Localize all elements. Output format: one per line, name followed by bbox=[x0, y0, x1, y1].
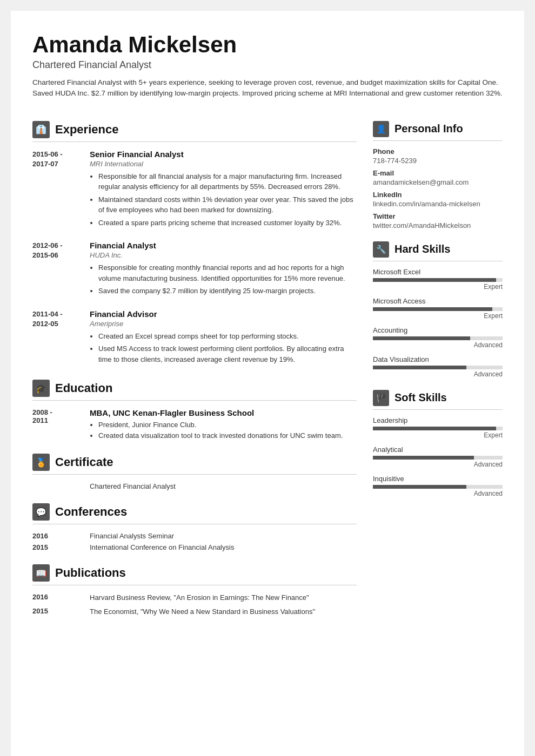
candidate-summary: Chartered Financial Analyst with 5+ year… bbox=[32, 77, 503, 99]
exp-bullets-1: Responsible for all financial analysis f… bbox=[90, 171, 357, 228]
skill-item-accounting: Accounting Advanced bbox=[373, 326, 503, 349]
skill-item-excel: Microsoft Excel Expert bbox=[373, 268, 503, 291]
publication-item-2: 2015 The Economist, "Why We Need a New S… bbox=[32, 607, 357, 617]
skill-name-dataviz: Data Visualization bbox=[373, 355, 503, 363]
twitter-value: twitter.com/AmandaHMickelson bbox=[373, 221, 503, 230]
education-section: 🎓 Education 2008 -2011 MBA, UNC Kenan-Fl… bbox=[32, 380, 357, 441]
skill-bar-dataviz bbox=[373, 366, 503, 369]
personal-info-section: 👤 Personal Info Phone 718-774-5239 E-mai… bbox=[373, 121, 503, 230]
exp-dates-2: 2012-06 -2015-06 bbox=[32, 241, 81, 299]
skill-bar-analytical bbox=[373, 456, 503, 460]
skill-bar-fill-accounting bbox=[373, 336, 470, 340]
exp-bullets-3: Created an Excel spread comps sheet for … bbox=[90, 331, 357, 365]
experience-item-3: 2011-04 -2012-05 Financial Advisor Ameri… bbox=[32, 309, 357, 367]
skill-name-inquisitive: Inquisitive bbox=[373, 475, 503, 483]
skill-bar-fill-access bbox=[373, 307, 492, 311]
hard-skills-header: 🔧 Hard Skills bbox=[373, 241, 503, 261]
candidate-title: Chartered Financial Analyst bbox=[32, 59, 503, 71]
exp-dates-1: 2015-06 -2017-07 bbox=[32, 150, 81, 231]
education-item-1: 2008 -2011 MBA, UNC Kenan-Flagler Busine… bbox=[32, 408, 357, 441]
conf-year-1: 2016 bbox=[32, 532, 81, 540]
exp-bullet: Saved the company $2.7 million by identi… bbox=[98, 286, 357, 296]
skill-bar-excel bbox=[373, 278, 503, 282]
exp-details-3: Financial Advisor Ameriprise Created an … bbox=[90, 309, 357, 367]
skill-bar-accounting bbox=[373, 336, 503, 340]
skill-item-access: Microsoft Access Expert bbox=[373, 297, 503, 320]
certificate-section-title: Certificate bbox=[55, 455, 113, 469]
exp-bullet: Created an Excel spread comps sheet for … bbox=[98, 331, 357, 342]
certificate-icon: 🏅 bbox=[32, 454, 50, 471]
experience-icon: 👔 bbox=[32, 121, 50, 138]
soft-skills-section: 🏴 Soft Skills Leadership Expert Analytic… bbox=[373, 390, 503, 497]
skill-level-accounting: Advanced bbox=[373, 341, 503, 349]
header-section: Amanda Mickelsen Chartered Financial Ana… bbox=[32, 32, 503, 99]
conferences-icon: 💬 bbox=[32, 503, 50, 521]
skill-item-dataviz: Data Visualization Advanced bbox=[373, 355, 503, 378]
skill-bar-fill-analytical bbox=[373, 456, 474, 460]
skill-level-analytical: Advanced bbox=[373, 461, 503, 468]
personal-info-header: 👤 Personal Info bbox=[373, 121, 503, 141]
pub-year-1: 2016 bbox=[32, 593, 81, 603]
skill-name-excel: Microsoft Excel bbox=[373, 268, 503, 276]
conferences-section-title: Conferences bbox=[55, 505, 127, 519]
skill-bar-fill-excel bbox=[373, 278, 496, 282]
experience-item-1: 2015-06 -2017-07 Senior Financial Analys… bbox=[32, 150, 357, 231]
edu-bullet: President, Junior Finance Club. bbox=[98, 420, 357, 430]
education-section-title: Education bbox=[55, 381, 112, 395]
skill-bar-fill-leadership bbox=[373, 427, 496, 430]
skill-level-leadership: Expert bbox=[373, 431, 503, 439]
exp-bullet: Responsible for all financial analysis f… bbox=[98, 171, 357, 192]
conf-name-2: International Conference on Financial An… bbox=[90, 543, 234, 551]
skill-name-leadership: Leadership bbox=[373, 416, 503, 424]
cert-spacer bbox=[32, 482, 81, 490]
skill-bar-fill-dataviz bbox=[373, 366, 466, 369]
certificate-section-header: 🏅 Certificate bbox=[32, 454, 357, 475]
pub-year-2: 2015 bbox=[32, 607, 81, 617]
conference-item-2: 2015 International Conference on Financi… bbox=[32, 543, 357, 551]
exp-company-1: MRI International bbox=[90, 160, 357, 168]
education-section-header: 🎓 Education bbox=[32, 380, 357, 401]
linkedin-value: linkedin.com/in/amanda-mickelsen bbox=[373, 200, 503, 208]
hard-skills-section: 🔧 Hard Skills Microsoft Excel Expert Mic… bbox=[373, 241, 503, 378]
publications-section-header: 📖 Publications bbox=[32, 564, 357, 585]
exp-jobtitle-2: Financial Analyst bbox=[90, 241, 357, 250]
exp-company-3: Ameriprise bbox=[90, 320, 357, 328]
conferences-section: 💬 Conferences 2016 Financial Analysts Se… bbox=[32, 503, 357, 551]
exp-bullets-2: Responsible for creating monthly financi… bbox=[90, 262, 357, 296]
personal-info-icon: 👤 bbox=[373, 121, 389, 137]
publications-section-title: Publications bbox=[55, 566, 126, 580]
exp-bullet: Used MS Access to track lowest performin… bbox=[98, 343, 357, 364]
hard-skills-title: Hard Skills bbox=[394, 243, 450, 255]
skill-level-excel: Expert bbox=[373, 283, 503, 291]
hard-skills-icon: 🔧 bbox=[373, 241, 389, 258]
skill-item-inquisitive: Inquisitive Advanced bbox=[373, 475, 503, 497]
exp-details-1: Senior Financial Analyst MRI Internation… bbox=[90, 150, 357, 231]
skill-level-inquisitive: Advanced bbox=[373, 490, 503, 497]
experience-section-header: 👔 Experience bbox=[32, 121, 357, 142]
skill-name-access: Microsoft Access bbox=[373, 297, 503, 305]
publications-icon: 📖 bbox=[32, 564, 50, 582]
soft-skills-icon: 🏴 bbox=[373, 390, 389, 406]
certificate-section: 🏅 Certificate Chartered Financial Analys… bbox=[32, 454, 357, 490]
experience-section: 👔 Experience 2015-06 -2017-07 Senior Fin… bbox=[32, 121, 357, 367]
exp-bullet: Responsible for creating monthly financi… bbox=[98, 262, 357, 284]
publication-item-1: 2016 Harvard Business Review, "An Erosio… bbox=[32, 593, 357, 603]
skill-name-analytical: Analytical bbox=[373, 446, 503, 454]
skill-level-dataviz: Advanced bbox=[373, 370, 503, 378]
left-column: 👔 Experience 2015-06 -2017-07 Senior Fin… bbox=[32, 121, 357, 630]
skill-item-leadership: Leadership Expert bbox=[373, 416, 503, 439]
exp-details-2: Financial Analyst HUDA Inc. Responsible … bbox=[90, 241, 357, 299]
phone-value: 718-774-5239 bbox=[373, 157, 503, 165]
conf-year-2: 2015 bbox=[32, 543, 81, 551]
phone-label: Phone bbox=[373, 147, 503, 156]
exp-jobtitle-3: Financial Advisor bbox=[90, 309, 357, 319]
skill-item-analytical: Analytical Advanced bbox=[373, 446, 503, 468]
conferences-section-header: 💬 Conferences bbox=[32, 503, 357, 524]
pub-details-1: Harvard Business Review, "An Erosion in … bbox=[90, 593, 309, 603]
linkedin-label: LinkedIn bbox=[373, 191, 503, 199]
skill-bar-inquisitive bbox=[373, 485, 503, 489]
publications-section: 📖 Publications 2016 Harvard Business Rev… bbox=[32, 564, 357, 617]
exp-company-2: HUDA Inc. bbox=[90, 251, 357, 259]
cert-name-1: Chartered Financial Analyst bbox=[90, 482, 176, 490]
skill-bar-access bbox=[373, 307, 503, 311]
